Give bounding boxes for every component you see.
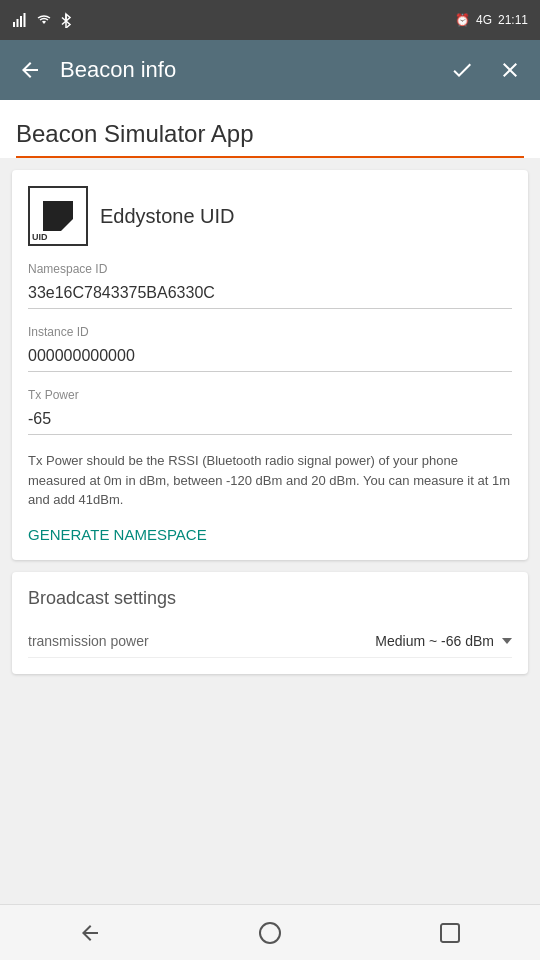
nav-home-button[interactable] xyxy=(240,911,300,955)
instance-id-group: Instance ID xyxy=(28,325,512,372)
app-name-section xyxy=(0,100,540,158)
main-content: UID Eddystone UID Namespace ID Instance … xyxy=(0,100,540,904)
app-name-input[interactable] xyxy=(16,116,524,158)
broadcast-settings-card: Broadcast settings transmission power Me… xyxy=(12,572,528,674)
namespace-id-group: Namespace ID xyxy=(28,262,512,309)
page-title: Beacon info xyxy=(52,57,440,83)
card-header: UID Eddystone UID xyxy=(28,186,512,246)
uid-label: UID xyxy=(32,232,48,242)
beacon-type-title: Eddystone UID xyxy=(100,205,235,228)
status-bar-left-icons xyxy=(12,12,72,28)
transmission-power-row[interactable]: transmission power Medium ~ -66 dBm xyxy=(28,625,512,658)
tx-power-label: Tx Power xyxy=(28,388,512,402)
alarm-icon: ⏰ xyxy=(455,13,470,27)
beacon-icon-shape xyxy=(43,201,73,231)
tx-power-info: Tx Power should be the RSSI (Bluetooth r… xyxy=(28,451,512,510)
tx-power-group: Tx Power xyxy=(28,388,512,435)
close-button[interactable] xyxy=(488,48,532,92)
wifi-icon xyxy=(36,12,52,28)
transmission-power-value-container: Medium ~ -66 dBm xyxy=(375,633,512,649)
transmission-power-value: Medium ~ -66 dBm xyxy=(375,633,494,649)
time-display: 21:11 xyxy=(498,13,528,27)
bottom-nav xyxy=(0,904,540,960)
back-button[interactable] xyxy=(8,48,52,92)
eddystone-card: UID Eddystone UID Namespace ID Instance … xyxy=(12,170,528,560)
bluetooth-icon xyxy=(60,12,72,28)
nav-back-button[interactable] xyxy=(60,911,120,955)
svg-rect-3 xyxy=(24,13,26,27)
app-bar: Beacon info xyxy=(0,40,540,100)
status-bar: ⏰ 4G 21:11 xyxy=(0,0,540,40)
beacon-icon: UID xyxy=(28,186,88,246)
tx-power-input[interactable] xyxy=(28,406,512,435)
confirm-button[interactable] xyxy=(440,48,484,92)
svg-rect-2 xyxy=(20,16,22,27)
broadcast-settings-title: Broadcast settings xyxy=(28,588,512,609)
namespace-id-label: Namespace ID xyxy=(28,262,512,276)
transmission-power-label: transmission power xyxy=(28,633,149,649)
namespace-id-input[interactable] xyxy=(28,280,512,309)
generate-namespace-link[interactable]: GENERATE NAMESPACE xyxy=(28,526,207,543)
nav-recents-button[interactable] xyxy=(420,911,480,955)
svg-point-7 xyxy=(260,923,280,943)
instance-id-input[interactable] xyxy=(28,343,512,372)
signal-icon xyxy=(12,12,28,28)
svg-rect-1 xyxy=(17,19,19,27)
instance-id-label: Instance ID xyxy=(28,325,512,339)
app-bar-actions xyxy=(440,48,532,92)
status-bar-right: ⏰ 4G 21:11 xyxy=(455,13,528,27)
svg-rect-0 xyxy=(13,22,15,27)
dropdown-arrow-icon xyxy=(502,638,512,644)
battery-icon: 4G xyxy=(476,13,492,27)
svg-rect-8 xyxy=(441,924,459,942)
